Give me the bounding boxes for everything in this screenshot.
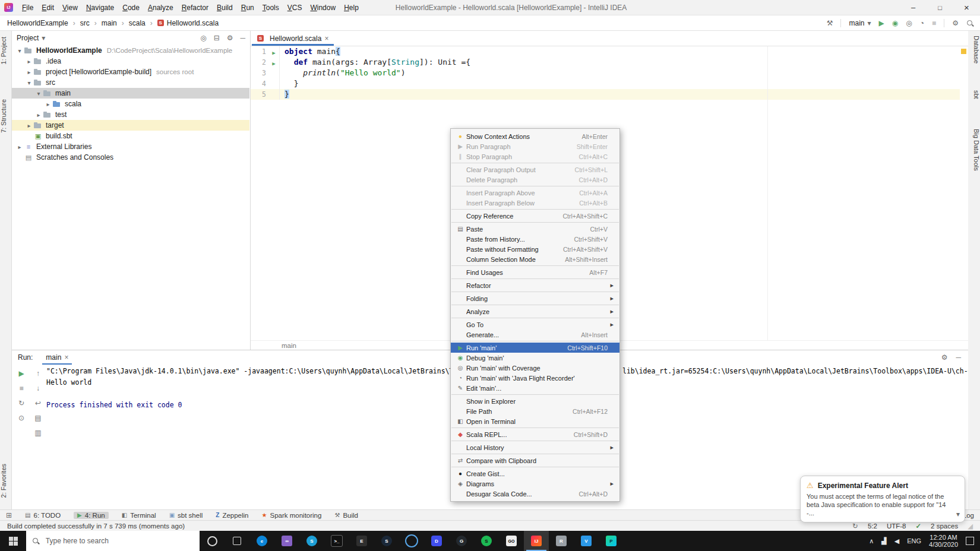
close-icon[interactable]	[64, 353, 68, 362]
menu-item-run-with-coverage[interactable]: Run 'main' with Coverage	[451, 363, 619, 373]
tree-arrow-icon[interactable]	[25, 80, 33, 86]
chevron-down-icon[interactable]	[956, 510, 960, 518]
tree-item-target[interactable]: target	[12, 120, 249, 131]
breadcrumb-file[interactable]: Helloworld.scala	[146, 19, 219, 27]
menu-item-local-history[interactable]: Local History	[451, 442, 619, 452]
menu-code[interactable]: Code	[118, 2, 144, 13]
chevron-up-icon[interactable]	[869, 537, 874, 545]
taskbar-app-spotify[interactable]: S	[474, 531, 499, 551]
profiler-button[interactable]	[920, 20, 924, 27]
menu-item-edit-main[interactable]: Edit 'main'...	[451, 383, 619, 393]
notification-balloon[interactable]: Experimental Feature Alert You must acce…	[800, 476, 965, 522]
tool-window-build[interactable]: Build	[334, 512, 358, 519]
run-tab-main[interactable]: main	[42, 350, 72, 365]
menu-window[interactable]: Window	[306, 2, 340, 13]
menu-item-stop-paragraph[interactable]: Stop ParagraphCtrl+Alt+C	[451, 151, 619, 162]
tree-item-scratches[interactable]: Scratches and Consoles	[12, 152, 249, 163]
taskbar-app-microsoft-edge[interactable]: e	[249, 531, 274, 551]
collapse-all-icon[interactable]	[214, 34, 220, 42]
breadcrumb-src[interactable]: src	[68, 19, 90, 27]
menu-item-clear-paragraph-output[interactable]: Clear Paragraph OutputCtrl+Shift+L	[451, 164, 619, 175]
tool-window-zeppelin[interactable]: Zeppelin	[216, 512, 248, 519]
menu-item-column-selection-mode[interactable]: Column Selection ModeAlt+Shift+Insert	[451, 254, 619, 264]
menu-item-diagrams[interactable]: Diagrams	[451, 479, 619, 489]
menu-item-folding[interactable]: Folding	[451, 293, 619, 303]
menu-item-go-to[interactable]: Go To	[451, 319, 619, 330]
taskbar-app-goland[interactable]: GO	[499, 531, 524, 551]
tool-window-sbt-button[interactable]: sbt	[968, 90, 980, 99]
encoding-widget[interactable]: UTF-8	[887, 522, 906, 530]
menu-analyze[interactable]: Analyze	[144, 2, 178, 13]
up-stack-button[interactable]	[36, 369, 40, 378]
taskbar-app-visual-studio[interactable]: ∞	[274, 531, 299, 551]
menu-tools[interactable]: Tools	[258, 2, 283, 13]
menu-item-copy-reference[interactable]: Copy ReferenceCtrl+Alt+Shift+C	[451, 211, 619, 221]
coverage-button[interactable]	[906, 20, 912, 27]
taskbar-app-rider[interactable]: R	[549, 531, 574, 551]
menu-item-paste[interactable]: PasteCtrl+V	[451, 224, 619, 234]
pin-button[interactable]	[18, 414, 24, 422]
tree-arrow-icon[interactable]	[34, 112, 43, 118]
taskbar-app-github-desktop[interactable]: G	[449, 531, 474, 551]
menu-item-insert-paragraph-above[interactable]: Insert Paragraph AboveCtrl+Alt+A	[451, 188, 619, 198]
status-message[interactable]: Build completed successfully in 7 s 739 …	[7, 522, 185, 530]
action-center-icon[interactable]	[966, 537, 974, 545]
menu-build[interactable]: Build	[213, 2, 237, 13]
menu-edit[interactable]: Edit	[37, 2, 58, 13]
run-config-dropdown[interactable]: main	[849, 19, 871, 27]
tree-arrow-icon[interactable]	[25, 58, 33, 65]
menu-refactor[interactable]: Refactor	[178, 2, 213, 13]
editor-breadcrumb-main[interactable]: main	[282, 342, 296, 349]
inspection-marker[interactable]	[961, 49, 966, 54]
tree-item-src[interactable]: src	[12, 77, 249, 88]
tree-arrow-icon[interactable]	[15, 144, 24, 150]
menu-view[interactable]: View	[58, 2, 82, 13]
tree-item-project-build[interactable]: project [HelloworldExample-build]sources…	[12, 66, 249, 77]
taskbar-search-input[interactable]	[45, 536, 194, 546]
tool-window-structure-button[interactable]: 7: Structure	[0, 99, 11, 133]
menu-item-create-gist[interactable]: Create Gist...	[451, 468, 619, 479]
menu-item-compare-with-clipboard[interactable]: Compare with Clipboard	[451, 455, 619, 466]
editor-tab-helloworld[interactable]: Helloworld.scala	[252, 31, 334, 46]
menu-item-refactor[interactable]: Refactor	[451, 280, 619, 290]
menu-vcs[interactable]: VCS	[283, 2, 306, 13]
indent-widget[interactable]: 2 spaces	[931, 522, 958, 530]
breadcrumb-main[interactable]: main	[90, 19, 117, 27]
minimize-button[interactable]	[900, 0, 927, 15]
taskbar-app-discord[interactable]: D	[424, 531, 449, 551]
softwrap-button[interactable]	[35, 399, 41, 407]
menu-item-find-usages[interactable]: Find UsagesAlt+F7	[451, 267, 619, 277]
taskbar-app-skype[interactable]: S	[299, 531, 324, 551]
menu-item-paste-from-history[interactable]: Paste from History...Ctrl+Shift+V	[451, 234, 619, 244]
taskbar-app-intellij-idea[interactable]: IJ	[524, 531, 549, 551]
tree-item-scala[interactable]: scala	[12, 99, 249, 109]
tool-window-favorites-button[interactable]: 2: Favorites	[0, 464, 11, 498]
tool-window-sbt-shell[interactable]: sbt shell	[169, 512, 203, 519]
settings-gear-icon[interactable]	[952, 20, 959, 27]
tool-window-run[interactable]: 4: Run	[74, 512, 109, 519]
print-button[interactable]	[34, 414, 41, 422]
tree-item-build-sbt[interactable]: build.sbt	[12, 131, 249, 141]
rerun-button[interactable]	[18, 369, 24, 378]
menu-item-paste-without-formatting[interactable]: Paste without FormattingCtrl+Alt+Shift+V	[451, 244, 619, 254]
tree-arrow-icon[interactable]	[25, 122, 33, 129]
menu-item-analyze[interactable]: Analyze	[451, 306, 619, 316]
menu-help[interactable]: Help	[340, 2, 363, 13]
tool-window-spark[interactable]: Spark monitoring	[262, 512, 322, 519]
down-stack-button[interactable]	[36, 384, 40, 392]
menu-item-delete-paragraph[interactable]: Delete ParagraphCtrl+Alt+D	[451, 175, 619, 185]
hammer-icon[interactable]	[827, 20, 833, 27]
tree-item-helloworldexample[interactable]: HelloworldExampleD:\CodeProject\Scala\He…	[12, 45, 249, 56]
menu-item-scala-repl[interactable]: Scala REPL...Ctrl+Shift+D	[451, 429, 619, 439]
tool-window-project-button[interactable]: 1: Project	[0, 37, 11, 64]
menu-item-insert-paragraph-below[interactable]: Insert Paragraph BelowCtrl+Alt+B	[451, 198, 619, 208]
quick-access-icon[interactable]	[6, 512, 12, 519]
locate-icon[interactable]	[200, 34, 206, 42]
menu-item-debug-main[interactable]: Debug 'main'	[451, 353, 619, 363]
settings-gear-icon[interactable]	[941, 353, 948, 362]
cortana-button[interactable]	[200, 531, 225, 551]
breadcrumb-project[interactable]: HelloworldExample	[7, 19, 68, 27]
tree-item-idea[interactable]: .idea	[12, 56, 249, 66]
restore-layout-button[interactable]	[18, 399, 24, 407]
taskbar-clock[interactable]: 12:20 AM 4/30/2020	[929, 534, 958, 548]
